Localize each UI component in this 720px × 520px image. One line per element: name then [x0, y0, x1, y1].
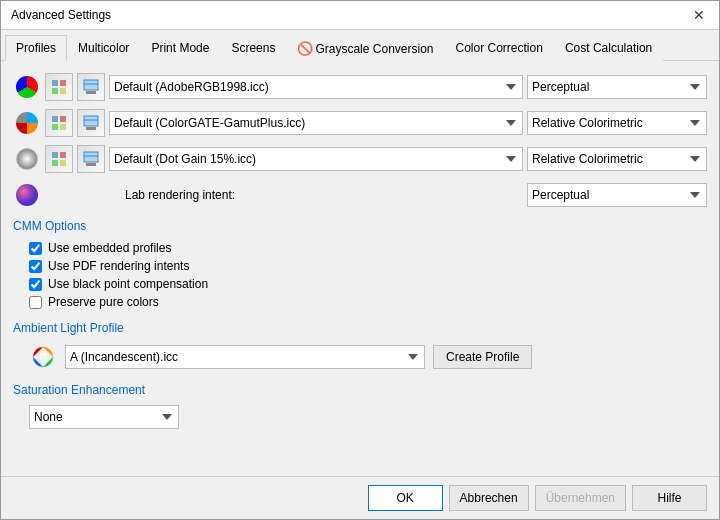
ambient-row: A (Incandescent).icc Create Profile — [29, 343, 707, 371]
svg-rect-2 — [52, 88, 58, 94]
checkbox-embedded-label: Use embedded profiles — [48, 241, 171, 255]
cmyk-circle — [16, 112, 38, 134]
tab-colorcorrection[interactable]: Color Correction — [445, 35, 554, 61]
svg-rect-7 — [52, 116, 58, 122]
lab-intent-select[interactable]: Perceptual Relative Colorimetric Absolut… — [527, 183, 707, 207]
cancel-button[interactable]: Abbrechen — [449, 485, 529, 511]
profile-select-3[interactable]: Default (Dot Gain 15%.icc) — [109, 147, 523, 171]
svg-rect-8 — [60, 116, 66, 122]
svg-rect-10 — [60, 124, 66, 130]
profile-select-2[interactable]: Default (ColorGATE-GamutPlus.icc) — [109, 111, 523, 135]
saturation-section: Saturation Enhancement None Low Medium H… — [13, 383, 707, 429]
help-button[interactable]: Hilfe — [632, 485, 707, 511]
profiles-area: Default (AdobeRGB1998.icc) Perceptual Re… — [13, 73, 707, 209]
cmyk-icon — [13, 109, 41, 137]
checkbox-embedded-input[interactable] — [29, 242, 42, 255]
title-bar: Advanced Settings ✕ — [1, 1, 719, 30]
profile-browse-btn-1[interactable] — [77, 73, 105, 101]
svg-rect-17 — [60, 160, 66, 166]
checkbox-purecolors-label: Preserve pure colors — [48, 295, 159, 309]
grid-icon-3 — [51, 151, 67, 167]
profile-edit-btn-3[interactable] — [45, 145, 73, 173]
svg-rect-16 — [52, 160, 58, 166]
ambient-title[interactable]: Ambient Light Profile — [13, 321, 707, 335]
cmm-checkboxes: Use embedded profiles Use PDF rendering … — [13, 241, 707, 309]
checkbox-purecolors: Preserve pure colors — [29, 295, 707, 309]
rgb-icon — [13, 73, 41, 101]
tab-costcalculation[interactable]: Cost Calculation — [554, 35, 663, 61]
color-wheel-icon — [32, 346, 54, 368]
svg-rect-9 — [52, 124, 58, 130]
lab-label: Lab rendering intent: — [45, 188, 523, 202]
checkbox-purecolors-input[interactable] — [29, 296, 42, 309]
lab-row: Lab rendering intent: Perceptual Relativ… — [13, 181, 707, 209]
svg-rect-6 — [86, 91, 96, 94]
intent-select-2[interactable]: Relative Colorimetric Perceptual Absolut… — [527, 111, 707, 135]
svg-rect-13 — [86, 127, 96, 130]
checkbox-blackpoint: Use black point compensation — [29, 277, 707, 291]
tab-screens-label: Screens — [231, 41, 275, 55]
close-button[interactable]: ✕ — [689, 7, 709, 23]
cmm-title[interactable]: CMM Options — [13, 219, 707, 233]
content-area: Default (AdobeRGB1998.icc) Perceptual Re… — [1, 61, 719, 476]
saturation-title[interactable]: Saturation Enhancement — [13, 383, 707, 397]
ambient-profile-select[interactable]: A (Incandescent).icc — [65, 345, 425, 369]
browse-icon-1 — [83, 79, 99, 95]
tab-costcalculation-label: Cost Calculation — [565, 41, 652, 55]
profile-browse-btn-3[interactable] — [77, 145, 105, 173]
tab-printmode[interactable]: Print Mode — [140, 35, 220, 61]
tab-screens[interactable]: Screens — [220, 35, 286, 61]
svg-rect-0 — [52, 80, 58, 86]
gray-icon — [13, 145, 41, 173]
svg-rect-18 — [84, 152, 98, 162]
profile-select-1[interactable]: Default (AdobeRGB1998.icc) — [109, 75, 523, 99]
lab-ball — [16, 184, 38, 206]
tab-grayscale-label: Grayscale Conversion — [315, 42, 433, 56]
browse-icon-2 — [83, 115, 99, 131]
svg-rect-3 — [60, 88, 66, 94]
checkbox-blackpoint-input[interactable] — [29, 278, 42, 291]
intent-select-1[interactable]: Perceptual Relative Colorimetric Absolut… — [527, 75, 707, 99]
profile-edit-btn-2[interactable] — [45, 109, 73, 137]
grid-icon-2 — [51, 115, 67, 131]
lab-icon — [13, 181, 41, 209]
tab-grayscale[interactable]: 🚫Grayscale Conversion — [286, 35, 444, 61]
rgb-circle — [16, 76, 38, 98]
profile-edit-btn-1[interactable] — [45, 73, 73, 101]
svg-rect-14 — [52, 152, 58, 158]
ambient-section: Ambient Light Profile A (Incandescent).i… — [13, 321, 707, 371]
main-window: Advanced Settings ✕ Profiles Multicolor … — [0, 0, 720, 520]
gray-circle — [16, 148, 38, 170]
svg-rect-4 — [84, 80, 98, 90]
apply-button[interactable]: Übernehmen — [535, 485, 626, 511]
cmm-section: CMM Options Use embedded profiles Use PD… — [13, 219, 707, 309]
checkbox-embedded: Use embedded profiles — [29, 241, 707, 255]
profile-row-1: Default (AdobeRGB1998.icc) Perceptual Re… — [13, 73, 707, 101]
intent-select-3[interactable]: Relative Colorimetric Perceptual Absolut… — [527, 147, 707, 171]
ok-button[interactable]: OK — [368, 485, 443, 511]
ambient-icon — [29, 343, 57, 371]
grid-icon-1 — [51, 79, 67, 95]
stop-icon: 🚫 — [297, 41, 313, 56]
tab-multicolor-label: Multicolor — [78, 41, 129, 55]
svg-point-22 — [39, 353, 47, 361]
profile-row-3: Default (Dot Gain 15%.icc) Relative Colo… — [13, 145, 707, 173]
checkbox-pdf-label: Use PDF rendering intents — [48, 259, 189, 273]
svg-rect-20 — [86, 163, 96, 166]
checkbox-pdf: Use PDF rendering intents — [29, 259, 707, 273]
tab-profiles-label: Profiles — [16, 41, 56, 55]
tab-colorcorrection-label: Color Correction — [456, 41, 543, 55]
checkbox-pdf-input[interactable] — [29, 260, 42, 273]
window-title: Advanced Settings — [11, 8, 111, 22]
saturation-select[interactable]: None Low Medium High — [29, 405, 179, 429]
tab-bar: Profiles Multicolor Print Mode Screens 🚫… — [1, 30, 719, 61]
svg-rect-11 — [84, 116, 98, 126]
profile-browse-btn-2[interactable] — [77, 109, 105, 137]
tab-profiles[interactable]: Profiles — [5, 35, 67, 61]
checkbox-blackpoint-label: Use black point compensation — [48, 277, 208, 291]
tab-multicolor[interactable]: Multicolor — [67, 35, 140, 61]
browse-icon-3 — [83, 151, 99, 167]
svg-rect-15 — [60, 152, 66, 158]
footer: OK Abbrechen Übernehmen Hilfe — [1, 476, 719, 519]
create-profile-button[interactable]: Create Profile — [433, 345, 532, 369]
